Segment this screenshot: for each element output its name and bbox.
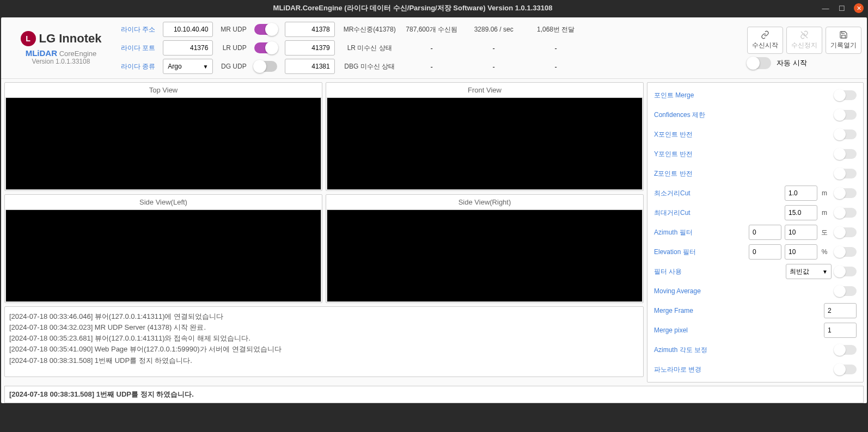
left-view-canvas[interactable] [5, 209, 321, 302]
version-text: Version 1.0.1.33108 [7, 58, 115, 65]
filter-use-toggle[interactable] [835, 267, 857, 276]
open-record-button[interactable]: 기록열기 [826, 27, 861, 54]
az-filter-label: Azimuth 필터 [654, 228, 749, 237]
lr-udp-label: LR UDP [221, 44, 246, 52]
unit-deg: 도 [820, 228, 829, 237]
lr-count: - [405, 44, 459, 52]
min-cut-label: 최소거리Cut [654, 189, 785, 198]
filter-mode-select[interactable]: 최빈값▼ [786, 264, 832, 279]
mr-port-input[interactable] [285, 22, 335, 37]
min-cut-toggle[interactable] [835, 188, 857, 198]
dg-count: - [405, 63, 459, 71]
right-view-panel: Side View(Right) [326, 194, 644, 303]
y-inv-toggle[interactable] [835, 149, 857, 159]
log-panel[interactable]: [2024-07-18 00:33:46.046] 뷰어(127.0.0.1:4… [4, 306, 644, 377]
logo-block: L LG Innotek MLiDAR CoreEngine Version 1… [7, 31, 115, 65]
front-view-title: Front View [326, 83, 643, 97]
maximize-button[interactable]: ☐ [838, 4, 846, 13]
conf-limit-label: Confidences 제한 [654, 110, 832, 120]
lr-fwd: - [529, 44, 583, 52]
top-view-canvas[interactable] [5, 97, 321, 190]
merge-frame-label: Merge Frame [654, 307, 824, 314]
top-view-panel: Top View [4, 82, 322, 191]
el-filter-toggle[interactable] [835, 247, 857, 257]
log-line: [2024-07-18 00:35:23.681] 뷰어(127.0.0.1:4… [9, 333, 639, 344]
log-line: [2024-07-18 00:38:31.508] 1번째 UDP를 정지 하였… [9, 355, 639, 366]
max-cut-input[interactable] [785, 205, 817, 220]
port-input[interactable] [163, 40, 213, 55]
az-from-input[interactable] [749, 225, 781, 240]
brand-text: LG Innotek [39, 32, 102, 46]
front-view-canvas[interactable] [327, 97, 643, 190]
y-inv-label: Y포인트 반전 [654, 150, 832, 159]
conf-limit-toggle[interactable] [835, 110, 857, 120]
el-to-input[interactable] [785, 244, 817, 260]
moving-avg-toggle[interactable] [835, 286, 857, 296]
addr-input[interactable] [163, 22, 213, 37]
unit-pct: % [820, 248, 829, 256]
port-label: 라이다 포트 [121, 44, 155, 53]
product-name: MLiDAR [26, 48, 57, 58]
log-line: [2024-07-18 00:34:32.023] MR UDP Server … [9, 322, 639, 333]
az-angle-toggle[interactable] [835, 345, 857, 355]
minimize-button[interactable]: — [821, 4, 830, 13]
dg-status: DBG 미수신 상태 [343, 62, 397, 71]
min-cut-input[interactable] [785, 186, 817, 201]
unlink-icon [800, 30, 809, 39]
stop-button[interactable]: 수신정지 [786, 27, 822, 54]
mr-rate: 3289.06 / sec [467, 26, 521, 33]
z-inv-toggle[interactable] [835, 169, 857, 178]
window-controls: — ☐ ✕ [821, 3, 864, 13]
mr-udp-toggle[interactable] [254, 24, 277, 35]
x-inv-label: X포인트 반전 [654, 130, 832, 139]
product-name2: CoreEngine [59, 50, 97, 58]
mr-udp-label: MR UDP [221, 26, 246, 33]
dg-rate: - [467, 63, 521, 71]
close-button[interactable]: ✕ [854, 3, 864, 13]
az-angle-label: Azimuth 각도 보정 [654, 345, 832, 355]
az-to-input[interactable] [785, 225, 817, 240]
mr-fwd: 1,068번 전달 [529, 25, 583, 34]
lr-rate: - [467, 44, 521, 52]
chevron-down-icon: ▼ [822, 269, 828, 275]
front-view-panel: Front View [326, 82, 644, 191]
max-cut-toggle[interactable] [835, 208, 857, 218]
type-label: 라이다 종류 [121, 62, 155, 71]
dg-udp-toggle[interactable] [254, 61, 277, 72]
dg-port-input[interactable] [285, 59, 335, 74]
lg-logo-icon: L [21, 31, 36, 46]
auto-start-label: 자동 시작 [777, 58, 807, 68]
titlebar: MLiDAR.CoreEngine (라이다 데이터 수신/Parsing/저장… [0, 0, 868, 16]
left-view-title: Side View(Left) [5, 195, 322, 209]
addr-label: 라이다 주소 [121, 25, 155, 34]
lr-udp-toggle[interactable] [254, 42, 277, 53]
left-view-panel: Side View(Left) [4, 194, 322, 303]
panorama-toggle[interactable] [835, 365, 857, 374]
x-inv-toggle[interactable] [835, 129, 857, 139]
z-inv-label: Z포인트 반전 [654, 169, 832, 178]
unit-m: m [820, 209, 829, 217]
mr-status: MR수신중(41378) [343, 25, 397, 34]
moving-avg-label: Moving Average [654, 287, 832, 295]
mr-count: 787,600개 수신됨 [405, 25, 459, 34]
max-cut-label: 최대거리Cut [654, 208, 785, 218]
filter-use-label: 필터 사용 [654, 267, 786, 276]
az-filter-toggle[interactable] [835, 227, 857, 237]
merge-pixel-input[interactable] [824, 323, 857, 338]
right-view-canvas[interactable] [327, 209, 643, 302]
save-icon [839, 30, 848, 39]
lr-port-input[interactable] [285, 40, 335, 55]
unit-m: m [820, 189, 829, 197]
chevron-down-icon: ▼ [203, 64, 208, 70]
merge-pixel-label: Merge pixel [654, 326, 824, 334]
el-filter-label: Elevation 필터 [654, 248, 749, 257]
top-view-title: Top View [5, 83, 322, 97]
point-merge-toggle[interactable] [835, 90, 857, 100]
el-from-input[interactable] [749, 244, 781, 260]
type-select[interactable]: Argo▼ [163, 59, 213, 74]
merge-frame-input[interactable] [824, 303, 857, 318]
auto-start-toggle[interactable] [747, 57, 771, 69]
dg-fwd: - [529, 63, 583, 71]
point-merge-label: 포인트 Merge [654, 91, 832, 100]
start-button[interactable]: 수신시작 [747, 27, 783, 54]
